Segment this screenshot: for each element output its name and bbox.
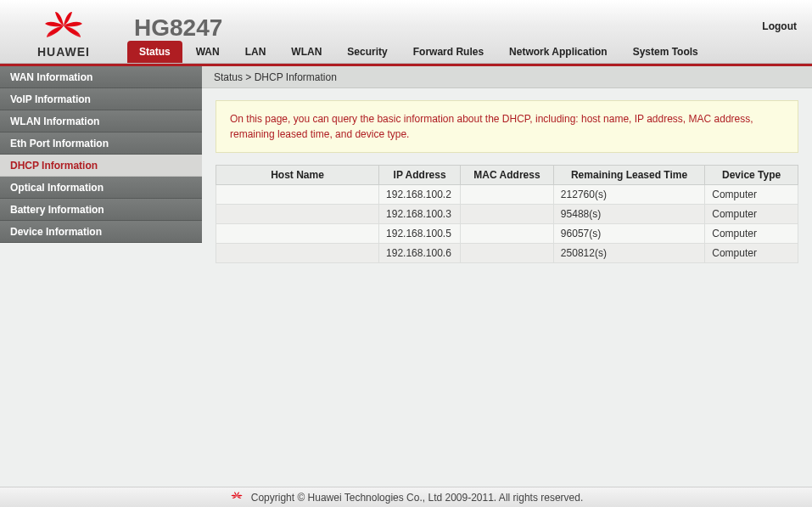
nav-tab-wlan[interactable]: WLAN <box>279 41 333 63</box>
nav-tab-wan[interactable]: WAN <box>184 41 232 63</box>
table-cell-type: Computer <box>705 224 798 244</box>
sidebar-item-wan-information[interactable]: WAN Information <box>0 66 202 88</box>
nav-tab-system-tools[interactable]: System Tools <box>621 41 710 63</box>
table-cell-ip: 192.168.100.6 <box>379 244 461 263</box>
logout-link[interactable]: Logout <box>762 20 797 32</box>
table-cell-type: Computer <box>705 185 798 205</box>
dhcp-table: Host NameIP AddressMAC AddressRemaining … <box>216 165 798 263</box>
nav-tab-lan[interactable]: LAN <box>233 41 278 63</box>
table-header-cell: MAC Address <box>461 166 554 185</box>
sidebar-item-voip-information[interactable]: VoIP Information <box>0 88 202 110</box>
sidebar-item-wlan-information[interactable]: WLAN Information <box>0 110 202 132</box>
table-row: 192.168.100.596057(s)Computer <box>216 224 798 244</box>
table-cell-leased: 212760(s) <box>553 185 704 205</box>
sidebar-item-device-information[interactable]: Device Information <box>0 221 202 243</box>
table-cell-leased: 250812(s) <box>553 244 704 263</box>
table-cell-type: Computer <box>705 205 798 224</box>
huawei-logo-small-icon <box>229 490 244 504</box>
table-cell-type: Computer <box>705 244 798 263</box>
table-cell-mac <box>461 244 554 263</box>
table-cell-host <box>216 244 379 263</box>
table-cell-leased: 95488(s) <box>553 205 704 224</box>
sidebar-item-dhcp-information[interactable]: DHCP Information <box>0 155 202 177</box>
top-nav: StatusWANLANWLANSecurityForward RulesNet… <box>127 41 712 63</box>
huawei-logo-icon <box>38 10 89 43</box>
header-bar: HUAWEI HG8247 Logout StatusWANLANWLANSec… <box>0 0 812 64</box>
table-header-cell: Remaining Leased Time <box>553 166 704 185</box>
sidebar-item-eth-port-information[interactable]: Eth Port Information <box>0 132 202 155</box>
sidebar-item-optical-information[interactable]: Optical Information <box>0 177 202 199</box>
table-cell-mac <box>461 205 554 224</box>
table-row: 192.168.100.6250812(s)Computer <box>216 244 798 263</box>
table-cell-host <box>216 224 379 244</box>
nav-tab-forward-rules[interactable]: Forward Rules <box>401 41 496 63</box>
footer-text: Copyright © Huawei Technologies Co., Ltd… <box>251 492 584 504</box>
nav-tab-status[interactable]: Status <box>127 41 182 63</box>
table-header-row: Host NameIP AddressMAC AddressRemaining … <box>216 166 798 185</box>
table-cell-mac <box>461 224 554 244</box>
sidebar: WAN InformationVoIP InformationWLAN Info… <box>0 66 202 487</box>
sidebar-item-battery-information[interactable]: Battery Information <box>0 199 202 221</box>
nav-tab-security[interactable]: Security <box>335 41 399 63</box>
body-wrap: WAN InformationVoIP InformationWLAN Info… <box>0 66 812 487</box>
table-cell-mac <box>461 185 554 205</box>
table-body: 192.168.100.2212760(s)Computer192.168.10… <box>216 185 798 263</box>
content-area: On this page, you can query the basic in… <box>202 88 812 275</box>
brand-text: HUAWEI <box>37 45 90 59</box>
table-header-cell: IP Address <box>379 166 461 185</box>
footer: Copyright © Huawei Technologies Co., Ltd… <box>0 487 812 507</box>
table-cell-leased: 96057(s) <box>553 224 704 244</box>
table-row: 192.168.100.395488(s)Computer <box>216 205 798 224</box>
main-area: Status > DHCP Information On this page, … <box>202 66 812 487</box>
table-cell-host <box>216 185 379 205</box>
table-cell-ip: 192.168.100.5 <box>379 224 461 244</box>
logo-block: HUAWEI <box>0 5 127 59</box>
model-title: HG8247 <box>134 14 222 42</box>
table-header-cell: Device Type <box>705 166 798 185</box>
notice-box: On this page, you can query the basic in… <box>216 100 798 153</box>
breadcrumb: Status > DHCP Information <box>202 66 812 88</box>
table-row: 192.168.100.2212760(s)Computer <box>216 185 798 205</box>
table-cell-ip: 192.168.100.2 <box>379 185 461 205</box>
table-cell-ip: 192.168.100.3 <box>379 205 461 224</box>
nav-tab-network-application[interactable]: Network Application <box>497 41 619 63</box>
table-header-cell: Host Name <box>216 166 379 185</box>
table-cell-host <box>216 205 379 224</box>
